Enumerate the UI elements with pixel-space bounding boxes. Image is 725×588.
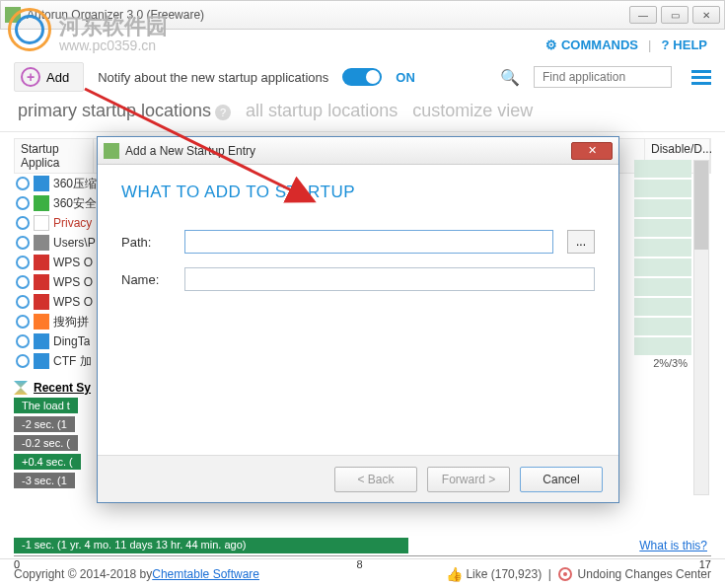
tab-customize[interactable]: customize view <box>412 101 533 120</box>
recent-heading-label: Recent Sy <box>34 381 91 395</box>
disable-bar[interactable] <box>634 298 691 316</box>
maximize-button[interactable]: ▭ <box>661 6 689 24</box>
cancel-button[interactable]: Cancel <box>520 467 603 492</box>
undoing-label: Undoing Changes Center <box>578 567 711 581</box>
window-titlebar: Autorun Organizer 3.0 (Freeware) — ▭ ✕ <box>0 0 725 30</box>
window-title: Autorun Organizer 3.0 (Freeware) <box>27 8 629 22</box>
app-name: 搜狗拼 <box>53 314 89 331</box>
app-icon <box>34 235 49 251</box>
footer: Copyright © 2014-2018 by Chemtable Softw… <box>0 558 725 588</box>
add-label: Add <box>46 70 69 85</box>
clock-icon <box>16 256 30 269</box>
copyright-text: Copyright © 2014-2018 by <box>14 567 152 581</box>
app-name: Privacy <box>53 216 92 230</box>
forward-button[interactable]: Forward > <box>427 467 510 492</box>
app-icon <box>34 353 49 369</box>
disable-bar[interactable] <box>634 199 691 217</box>
col-app[interactable]: Startup Applica <box>15 139 94 173</box>
app-name: WPS O <box>53 275 93 289</box>
clock-icon <box>16 196 30 210</box>
app-icon <box>34 176 49 191</box>
minimize-button[interactable]: — <box>629 6 657 24</box>
disable-bar[interactable] <box>634 258 691 276</box>
path-input[interactable] <box>184 230 553 254</box>
disable-bar[interactable] <box>634 278 691 296</box>
disable-bar[interactable] <box>634 160 691 178</box>
app-name: 360压缩 <box>53 176 97 192</box>
app-icon <box>34 274 49 290</box>
app-name: WPS O <box>53 256 93 269</box>
app-name: WPS O <box>53 295 93 309</box>
path-label: Path: <box>121 235 171 250</box>
view-tabs: primary startup locations? all startup l… <box>0 95 725 131</box>
recent-chip[interactable]: -2 sec. (1 <box>14 416 75 432</box>
timeline-bar[interactable]: -1 sec. (1 yr. 4 mo. 11 days 13 hr. 44 m… <box>14 538 408 553</box>
scrollbar[interactable] <box>693 160 709 495</box>
dialog-body: WHAT TO ADD TO STARTUP Path: ... Name: <box>98 165 618 323</box>
clock-icon <box>16 295 30 309</box>
clock-icon <box>16 315 30 329</box>
notify-label: Notify about the new startup application… <box>98 70 328 85</box>
help-label: HELP <box>673 37 707 52</box>
recent-chip[interactable]: +0.4 sec. ( <box>14 454 81 470</box>
clock-icon <box>16 216 30 230</box>
recent-chip[interactable]: The load t <box>14 398 78 413</box>
name-label: Name: <box>121 272 171 287</box>
command-strip: ⚙COMMANDS | ?HELP <box>0 30 725 59</box>
app-name: DingTa <box>53 334 90 348</box>
app-name: Users\P <box>53 236 96 250</box>
add-entry-dialog: Add a New Startup Entry ✕ WHAT TO ADD TO… <box>97 136 619 503</box>
app-icon <box>5 7 21 23</box>
hamburger-icon[interactable] <box>691 70 711 85</box>
dialog-footer: < Back Forward > Cancel <box>98 455 618 502</box>
like-icon: 👍 <box>446 566 463 582</box>
browse-button[interactable]: ... <box>567 230 595 254</box>
back-button[interactable]: < Back <box>334 467 417 492</box>
app-icon <box>34 333 49 349</box>
percent-label: 2%/3% <box>634 357 691 369</box>
toggle-on-label: ON <box>396 70 415 85</box>
dialog-heading: WHAT TO ADD TO STARTUP <box>121 183 595 202</box>
undoing-link[interactable]: Undoing Changes Center <box>558 567 711 581</box>
company-link[interactable]: Chemtable Software <box>152 567 259 581</box>
clock-icon <box>16 275 30 289</box>
app-icon <box>34 195 49 211</box>
commands-label: COMMANDS <box>561 37 638 52</box>
like-count[interactable]: Like (170,923) <box>466 567 542 581</box>
search-icon: 🔍 <box>500 68 520 87</box>
close-button[interactable]: ✕ <box>692 6 720 24</box>
undo-icon <box>558 567 572 581</box>
recent-chip[interactable]: -3 sec. (1 <box>14 473 75 488</box>
app-icon <box>34 255 49 270</box>
help-icon: ? <box>661 37 669 52</box>
dialog-close-button[interactable]: ✕ <box>571 142 613 160</box>
commands-link[interactable]: ⚙COMMANDS <box>545 37 638 52</box>
disable-bar[interactable] <box>634 337 691 355</box>
hourglass-icon <box>14 381 28 395</box>
clock-icon <box>16 354 30 368</box>
dialog-icon <box>104 143 119 159</box>
gear-icon: ⚙ <box>545 37 557 52</box>
disable-bar[interactable] <box>634 219 691 237</box>
name-input[interactable] <box>184 267 595 291</box>
search-input[interactable] <box>534 66 672 88</box>
clock-icon <box>16 334 30 348</box>
tab-primary[interactable]: primary startup locations <box>18 101 211 120</box>
recent-chip[interactable]: -0.2 sec. ( <box>14 435 78 451</box>
dialog-titlebar[interactable]: Add a New Startup Entry ✕ <box>98 137 618 165</box>
tab-all[interactable]: all startup locations <box>246 101 398 120</box>
disable-bar[interactable] <box>634 318 691 335</box>
clock-icon <box>16 177 30 190</box>
disable-bar[interactable] <box>634 180 691 197</box>
disable-column: 2%/3% <box>634 160 691 369</box>
help-link[interactable]: ?HELP <box>661 37 707 52</box>
app-icon <box>34 314 49 330</box>
add-button[interactable]: + Add <box>14 62 84 92</box>
plus-icon: + <box>21 67 40 87</box>
clock-icon <box>16 236 30 250</box>
disable-bar[interactable] <box>634 239 691 257</box>
notify-toggle[interactable] <box>342 68 382 86</box>
what-is-this-link[interactable]: What is this? <box>639 539 707 552</box>
tab-help-icon[interactable]: ? <box>215 105 231 120</box>
scrollbar-thumb[interactable] <box>694 161 708 250</box>
